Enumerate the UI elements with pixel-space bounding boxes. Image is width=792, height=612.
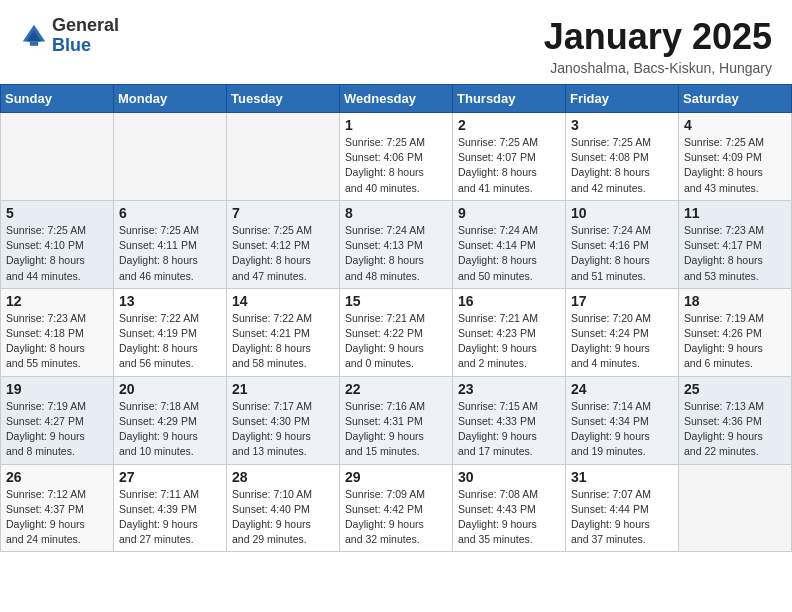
- day-of-week-header: Monday: [114, 85, 227, 113]
- day-of-week-header: Sunday: [1, 85, 114, 113]
- calendar-day-cell: 25Sunrise: 7:13 AM Sunset: 4:36 PM Dayli…: [679, 376, 792, 464]
- day-info: Sunrise: 7:14 AM Sunset: 4:34 PM Dayligh…: [571, 399, 673, 460]
- calendar-day-cell: 15Sunrise: 7:21 AM Sunset: 4:22 PM Dayli…: [340, 288, 453, 376]
- day-of-week-header: Wednesday: [340, 85, 453, 113]
- day-number: 28: [232, 469, 334, 485]
- day-number: 29: [345, 469, 447, 485]
- day-of-week-header: Thursday: [453, 85, 566, 113]
- day-info: Sunrise: 7:24 AM Sunset: 4:16 PM Dayligh…: [571, 223, 673, 284]
- day-number: 16: [458, 293, 560, 309]
- day-info: Sunrise: 7:09 AM Sunset: 4:42 PM Dayligh…: [345, 487, 447, 548]
- day-number: 24: [571, 381, 673, 397]
- calendar-day-cell: 13Sunrise: 7:22 AM Sunset: 4:19 PM Dayli…: [114, 288, 227, 376]
- svg-rect-2: [30, 41, 38, 45]
- calendar-day-cell: [679, 464, 792, 552]
- calendar-day-cell: 2Sunrise: 7:25 AM Sunset: 4:07 PM Daylig…: [453, 113, 566, 201]
- calendar-table: SundayMondayTuesdayWednesdayThursdayFrid…: [0, 84, 792, 552]
- day-number: 23: [458, 381, 560, 397]
- logo-general-text: General: [52, 16, 119, 36]
- calendar-day-cell: 31Sunrise: 7:07 AM Sunset: 4:44 PM Dayli…: [566, 464, 679, 552]
- day-info: Sunrise: 7:11 AM Sunset: 4:39 PM Dayligh…: [119, 487, 221, 548]
- day-info: Sunrise: 7:22 AM Sunset: 4:21 PM Dayligh…: [232, 311, 334, 372]
- calendar-day-cell: 12Sunrise: 7:23 AM Sunset: 4:18 PM Dayli…: [1, 288, 114, 376]
- location-text: Janoshalma, Bacs-Kiskun, Hungary: [544, 60, 772, 76]
- day-number: 14: [232, 293, 334, 309]
- day-info: Sunrise: 7:07 AM Sunset: 4:44 PM Dayligh…: [571, 487, 673, 548]
- day-info: Sunrise: 7:24 AM Sunset: 4:13 PM Dayligh…: [345, 223, 447, 284]
- day-info: Sunrise: 7:25 AM Sunset: 4:09 PM Dayligh…: [684, 135, 786, 196]
- calendar-day-cell: 19Sunrise: 7:19 AM Sunset: 4:27 PM Dayli…: [1, 376, 114, 464]
- day-number: 13: [119, 293, 221, 309]
- day-number: 26: [6, 469, 108, 485]
- calendar-day-cell: [227, 113, 340, 201]
- logo-icon: [20, 22, 48, 50]
- day-info: Sunrise: 7:23 AM Sunset: 4:18 PM Dayligh…: [6, 311, 108, 372]
- day-info: Sunrise: 7:19 AM Sunset: 4:27 PM Dayligh…: [6, 399, 108, 460]
- calendar-week-row: 19Sunrise: 7:19 AM Sunset: 4:27 PM Dayli…: [1, 376, 792, 464]
- calendar-day-cell: 16Sunrise: 7:21 AM Sunset: 4:23 PM Dayli…: [453, 288, 566, 376]
- day-number: 25: [684, 381, 786, 397]
- day-number: 20: [119, 381, 221, 397]
- day-info: Sunrise: 7:25 AM Sunset: 4:11 PM Dayligh…: [119, 223, 221, 284]
- calendar-day-cell: 11Sunrise: 7:23 AM Sunset: 4:17 PM Dayli…: [679, 200, 792, 288]
- page-header: General Blue January 2025 Janoshalma, Ba…: [0, 0, 792, 84]
- calendar-week-row: 5Sunrise: 7:25 AM Sunset: 4:10 PM Daylig…: [1, 200, 792, 288]
- day-number: 10: [571, 205, 673, 221]
- logo-text: General Blue: [52, 16, 119, 56]
- calendar-day-cell: 4Sunrise: 7:25 AM Sunset: 4:09 PM Daylig…: [679, 113, 792, 201]
- day-info: Sunrise: 7:22 AM Sunset: 4:19 PM Dayligh…: [119, 311, 221, 372]
- day-info: Sunrise: 7:19 AM Sunset: 4:26 PM Dayligh…: [684, 311, 786, 372]
- day-number: 18: [684, 293, 786, 309]
- day-info: Sunrise: 7:24 AM Sunset: 4:14 PM Dayligh…: [458, 223, 560, 284]
- day-of-week-header: Friday: [566, 85, 679, 113]
- day-number: 1: [345, 117, 447, 133]
- day-number: 15: [345, 293, 447, 309]
- day-of-week-header: Tuesday: [227, 85, 340, 113]
- title-block: January 2025 Janoshalma, Bacs-Kiskun, Hu…: [544, 16, 772, 76]
- day-info: Sunrise: 7:25 AM Sunset: 4:10 PM Dayligh…: [6, 223, 108, 284]
- calendar-day-cell: 7Sunrise: 7:25 AM Sunset: 4:12 PM Daylig…: [227, 200, 340, 288]
- calendar-day-cell: 5Sunrise: 7:25 AM Sunset: 4:10 PM Daylig…: [1, 200, 114, 288]
- day-info: Sunrise: 7:25 AM Sunset: 4:08 PM Dayligh…: [571, 135, 673, 196]
- calendar-week-row: 26Sunrise: 7:12 AM Sunset: 4:37 PM Dayli…: [1, 464, 792, 552]
- calendar-day-cell: 21Sunrise: 7:17 AM Sunset: 4:30 PM Dayli…: [227, 376, 340, 464]
- day-info: Sunrise: 7:10 AM Sunset: 4:40 PM Dayligh…: [232, 487, 334, 548]
- day-info: Sunrise: 7:17 AM Sunset: 4:30 PM Dayligh…: [232, 399, 334, 460]
- logo-blue-text: Blue: [52, 36, 119, 56]
- day-number: 6: [119, 205, 221, 221]
- calendar-day-cell: 29Sunrise: 7:09 AM Sunset: 4:42 PM Dayli…: [340, 464, 453, 552]
- day-info: Sunrise: 7:23 AM Sunset: 4:17 PM Dayligh…: [684, 223, 786, 284]
- day-number: 12: [6, 293, 108, 309]
- day-info: Sunrise: 7:21 AM Sunset: 4:23 PM Dayligh…: [458, 311, 560, 372]
- day-number: 8: [345, 205, 447, 221]
- day-info: Sunrise: 7:15 AM Sunset: 4:33 PM Dayligh…: [458, 399, 560, 460]
- calendar-day-cell: 26Sunrise: 7:12 AM Sunset: 4:37 PM Dayli…: [1, 464, 114, 552]
- day-number: 3: [571, 117, 673, 133]
- logo: General Blue: [20, 16, 119, 56]
- day-number: 4: [684, 117, 786, 133]
- day-number: 22: [345, 381, 447, 397]
- day-number: 30: [458, 469, 560, 485]
- calendar-header-row: SundayMondayTuesdayWednesdayThursdayFrid…: [1, 85, 792, 113]
- calendar-day-cell: 23Sunrise: 7:15 AM Sunset: 4:33 PM Dayli…: [453, 376, 566, 464]
- day-number: 27: [119, 469, 221, 485]
- calendar-day-cell: 20Sunrise: 7:18 AM Sunset: 4:29 PM Dayli…: [114, 376, 227, 464]
- calendar-day-cell: [1, 113, 114, 201]
- calendar-day-cell: 27Sunrise: 7:11 AM Sunset: 4:39 PM Dayli…: [114, 464, 227, 552]
- day-info: Sunrise: 7:18 AM Sunset: 4:29 PM Dayligh…: [119, 399, 221, 460]
- day-of-week-header: Saturday: [679, 85, 792, 113]
- day-number: 2: [458, 117, 560, 133]
- calendar-day-cell: 9Sunrise: 7:24 AM Sunset: 4:14 PM Daylig…: [453, 200, 566, 288]
- day-info: Sunrise: 7:21 AM Sunset: 4:22 PM Dayligh…: [345, 311, 447, 372]
- day-number: 7: [232, 205, 334, 221]
- calendar-week-row: 1Sunrise: 7:25 AM Sunset: 4:06 PM Daylig…: [1, 113, 792, 201]
- calendar-day-cell: 3Sunrise: 7:25 AM Sunset: 4:08 PM Daylig…: [566, 113, 679, 201]
- day-info: Sunrise: 7:13 AM Sunset: 4:36 PM Dayligh…: [684, 399, 786, 460]
- calendar-day-cell: 1Sunrise: 7:25 AM Sunset: 4:06 PM Daylig…: [340, 113, 453, 201]
- day-number: 31: [571, 469, 673, 485]
- day-info: Sunrise: 7:25 AM Sunset: 4:12 PM Dayligh…: [232, 223, 334, 284]
- day-number: 5: [6, 205, 108, 221]
- calendar-day-cell: [114, 113, 227, 201]
- calendar-day-cell: 28Sunrise: 7:10 AM Sunset: 4:40 PM Dayli…: [227, 464, 340, 552]
- calendar-day-cell: 22Sunrise: 7:16 AM Sunset: 4:31 PM Dayli…: [340, 376, 453, 464]
